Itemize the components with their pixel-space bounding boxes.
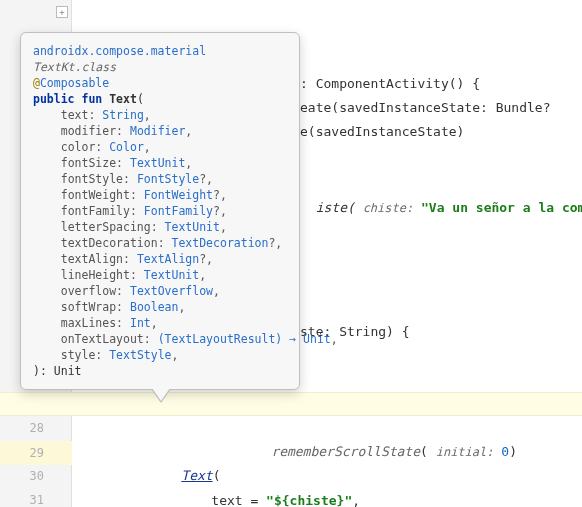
doc-declaration: public fun Text( — [33, 91, 287, 107]
doc-package-line: androidx.compose.material TextKt.class — [33, 43, 287, 75]
code-fragment: e(savedInstanceState) — [300, 120, 464, 144]
code-fragment: iste( chiste: "Va un señor a la com — [300, 172, 582, 220]
doc-annotation: @Composable — [33, 75, 287, 91]
quick-doc-popup[interactable]: androidx.compose.material TextKt.class @… — [20, 32, 300, 390]
fold-toggle-icon[interactable]: + — [56, 6, 68, 18]
doc-params: text: String, modifier: Modifier, color:… — [33, 107, 287, 363]
doc-return: ): Unit — [33, 363, 287, 379]
code-fragment: : ComponentActivity() { — [300, 72, 480, 96]
code-fragment: eate(savedInstanceState: Bundle? — [300, 96, 550, 120]
